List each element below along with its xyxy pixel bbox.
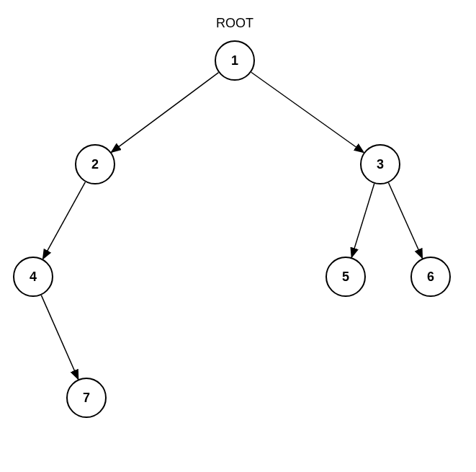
- edge: [388, 183, 422, 259]
- node-label: 7: [83, 391, 90, 406]
- node-2: 2: [75, 144, 115, 184]
- node-5: 5: [325, 257, 366, 297]
- node-label: 2: [91, 157, 99, 172]
- node-label: 5: [342, 270, 349, 285]
- tree-diagram: ROOT 1 2 3 4 5 6 7: [0, 0, 476, 472]
- node-label: 4: [30, 270, 37, 285]
- edge: [351, 184, 374, 257]
- node-7: 7: [66, 378, 107, 418]
- node-3: 3: [360, 144, 400, 184]
- node-6: 6: [410, 257, 451, 297]
- edge: [111, 73, 218, 153]
- edge: [251, 72, 364, 152]
- node-label: 3: [377, 157, 384, 172]
- node-1: 1: [215, 40, 255, 81]
- node-4: 4: [13, 257, 53, 297]
- node-label: 6: [427, 270, 434, 285]
- edge: [41, 295, 78, 380]
- edge: [43, 182, 86, 259]
- root-label: ROOT: [216, 16, 253, 31]
- node-label: 1: [231, 53, 238, 68]
